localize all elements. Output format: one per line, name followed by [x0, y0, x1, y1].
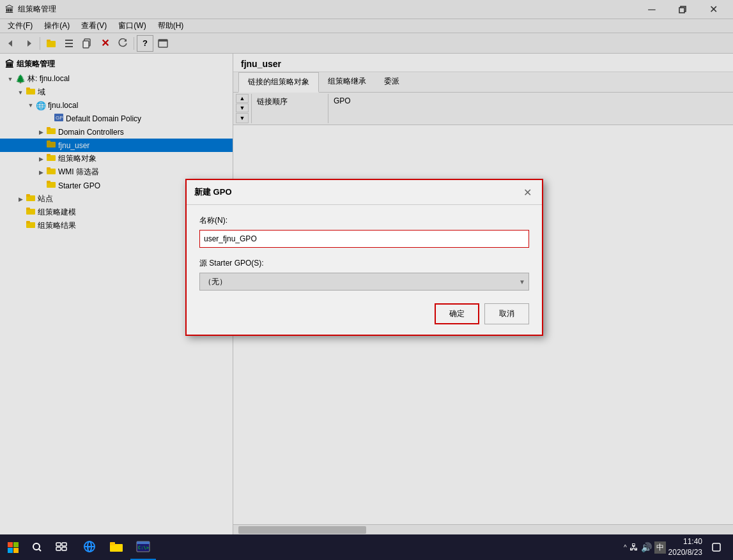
name-label: 名称(N):	[199, 215, 529, 226]
taskbar-ime-icon[interactable]: 中	[654, 541, 666, 554]
taskbar-folder[interactable]	[104, 534, 129, 560]
svg-text:e: e	[87, 545, 90, 550]
taskbar-apps: e C:\>_	[77, 534, 156, 560]
svg-rect-37	[56, 547, 61, 550]
taskbar-time: 11:40	[683, 536, 702, 547]
taskbar-right: ^ 🖧 🔊 中 11:40 2020/8/23	[624, 534, 733, 560]
dialog-title: 新建 GPO	[194, 186, 232, 198]
svg-point-33	[33, 543, 40, 550]
new-gpo-dialog: 新建 GPO ✕ 名称(N): 源 Starter GPO(S): （无） ▼ …	[185, 179, 543, 336]
name-field: 名称(N):	[199, 215, 529, 248]
start-button[interactable]	[0, 534, 26, 560]
taskbar-chevron[interactable]: ^	[624, 544, 627, 551]
source-select-wrapper: （无） ▼	[199, 273, 529, 291]
svg-rect-38	[62, 547, 66, 550]
source-label: 源 Starter GPO(S):	[199, 258, 529, 269]
taskbar-sound-icon[interactable]: 🔊	[641, 542, 652, 552]
search-button[interactable]	[26, 534, 49, 560]
svg-text:C:\>_: C:\>_	[138, 545, 150, 550]
svg-rect-48	[713, 543, 720, 551]
taskbar: e C:\>_ ^ 🖧 🔊 中 11:40 2020/8/23	[0, 534, 733, 560]
cancel-button[interactable]: 取消	[484, 303, 529, 324]
dialog-buttons: 确定 取消	[199, 303, 529, 324]
svg-rect-36	[62, 543, 66, 546]
ok-button[interactable]: 确定	[435, 303, 479, 324]
svg-rect-44	[110, 542, 115, 545]
dialog-title-bar: 新建 GPO ✕	[187, 180, 542, 205]
source-field: 源 Starter GPO(S): （无） ▼	[199, 258, 529, 291]
dialog-body: 名称(N): 源 Starter GPO(S): （无） ▼ 确定 取消	[187, 205, 542, 335]
taskbar-date: 2020/8/23	[668, 547, 702, 558]
taskbar-clock[interactable]: 11:40 2020/8/23	[668, 536, 702, 558]
name-input[interactable]	[199, 230, 529, 248]
svg-line-34	[39, 549, 41, 551]
taskbar-notification-button[interactable]	[705, 534, 728, 560]
svg-rect-35	[56, 543, 61, 546]
taskbar-ie[interactable]: e	[77, 534, 102, 560]
modal-overlay: 新建 GPO ✕ 名称(N): 源 Starter GPO(S): （无） ▼ …	[0, 0, 733, 534]
source-select[interactable]: （无）	[199, 273, 529, 291]
dialog-close-button[interactable]: ✕	[520, 185, 534, 199]
taskbar-console[interactable]: C:\>_	[130, 534, 156, 560]
taskbar-taskview[interactable]	[49, 534, 74, 560]
taskbar-network-icon: 🖧	[629, 542, 638, 552]
svg-rect-46	[137, 541, 150, 544]
windows-logo	[8, 542, 19, 553]
